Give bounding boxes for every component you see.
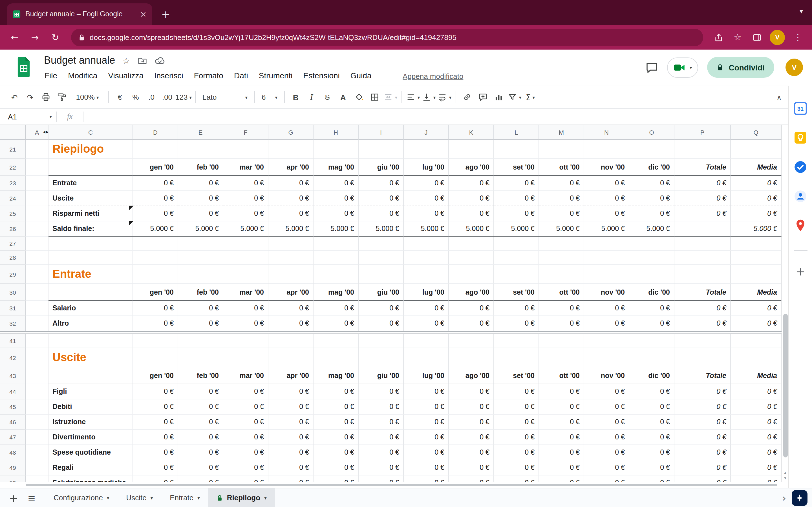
cell[interactable] <box>539 348 584 367</box>
insert-link-button[interactable] <box>460 89 475 105</box>
cell-value[interactable]: 0 € <box>268 176 313 191</box>
cell-value[interactable]: 0 € <box>539 475 584 482</box>
row-header-49[interactable]: 49 <box>0 460 26 475</box>
cell-value[interactable]: 0 € <box>404 301 449 316</box>
cell-value[interactable]: 5.000 € <box>404 221 449 237</box>
cell-value[interactable]: 0 € <box>178 316 223 331</box>
row-header-26[interactable]: 26 <box>0 221 26 237</box>
cell[interactable] <box>268 265 313 284</box>
cell[interactable] <box>674 348 731 367</box>
cell-value[interactable]: 0 € <box>629 414 674 430</box>
horizontal-align-button[interactable]: ▾ <box>405 89 421 105</box>
cell-value[interactable]: 5.000 € <box>629 221 674 237</box>
cell[interactable] <box>731 140 781 159</box>
cell-value[interactable]: 0 € <box>494 460 539 475</box>
section-title[interactable]: Entrate <box>49 265 133 284</box>
last-edit-link[interactable]: Appena modificato <box>403 72 463 80</box>
month-header[interactable]: mag '00 <box>313 367 359 384</box>
cell-value[interactable]: 0 € <box>359 384 404 399</box>
cell-A43[interactable] <box>26 367 49 384</box>
cell-value[interactable]: 0 € <box>359 191 404 206</box>
month-header[interactable]: dic '00 <box>629 284 674 301</box>
comment-history-icon[interactable] <box>646 62 658 73</box>
horizontal-scrollbar-thumb[interactable] <box>26 484 777 486</box>
cell-A46[interactable] <box>26 414 49 430</box>
cell[interactable] <box>178 251 223 265</box>
cell-value[interactable]: 0 € <box>359 445 404 460</box>
cell[interactable] <box>449 237 494 251</box>
cell-value[interactable]: 0 € <box>223 301 268 316</box>
cell-value[interactable]: 5.000 € <box>449 221 494 237</box>
media-value[interactable]: 5.000 € <box>731 221 781 237</box>
cell-value[interactable]: 0 € <box>178 430 223 445</box>
column-header-P[interactable]: P <box>674 125 731 140</box>
cell[interactable] <box>313 251 359 265</box>
star-document-icon[interactable]: ☆ <box>122 55 130 66</box>
row-header-50[interactable]: 50 <box>0 475 26 482</box>
cell[interactable] <box>133 237 178 251</box>
cell[interactable] <box>133 140 178 159</box>
cell[interactable] <box>584 140 629 159</box>
share-page-icon[interactable] <box>710 29 727 46</box>
cell-value[interactable]: 0 € <box>449 460 494 475</box>
column-header-G[interactable]: G <box>268 125 313 140</box>
cell-value[interactable]: 0 € <box>223 445 268 460</box>
cell-A24[interactable] <box>26 191 49 206</box>
cell-value[interactable]: 0 € <box>629 384 674 399</box>
cell-value[interactable]: 0 € <box>133 414 178 430</box>
cell-value[interactable]: 0 € <box>359 414 404 430</box>
cell-value[interactable]: 5.000 € <box>359 221 404 237</box>
cell[interactable] <box>674 251 731 265</box>
cell-value[interactable]: 0 € <box>629 301 674 316</box>
month-header[interactable]: nov '00 <box>584 367 629 384</box>
cell-A31[interactable] <box>26 301 49 316</box>
keep-icon[interactable] <box>794 131 808 145</box>
cell-A23[interactable] <box>26 176 49 191</box>
merge-cells-button[interactable]: ▾ <box>383 89 398 105</box>
cell-value[interactable]: 0 € <box>494 414 539 430</box>
meet-button[interactable]: ▾ <box>667 57 698 77</box>
cell[interactable] <box>49 251 133 265</box>
cell-value[interactable]: 5.000 € <box>584 221 629 237</box>
cell[interactable] <box>539 251 584 265</box>
cell-value[interactable]: 0 € <box>539 430 584 445</box>
cell-value[interactable]: 0 € <box>449 176 494 191</box>
cell-A26[interactable] <box>26 221 49 237</box>
cell-value[interactable]: 0 € <box>133 176 178 191</box>
cell-value[interactable]: 0 € <box>494 191 539 206</box>
cell-value[interactable]: 0 € <box>133 399 178 414</box>
menu-dati[interactable]: Dati <box>234 71 248 80</box>
cell-value[interactable]: 0 € <box>449 430 494 445</box>
cell[interactable] <box>268 251 313 265</box>
cell[interactable] <box>268 334 313 348</box>
bookmark-star-icon[interactable]: ☆ <box>729 29 746 46</box>
cell[interactable] <box>359 265 404 284</box>
cell-A44[interactable] <box>26 384 49 399</box>
cell-value[interactable]: 0 € <box>584 460 629 475</box>
row-label[interactable]: Uscite <box>49 191 133 206</box>
cell-value[interactable]: 0 € <box>313 475 359 482</box>
cell-value[interactable]: 0 € <box>449 316 494 331</box>
cell[interactable] <box>404 334 449 348</box>
cell-value[interactable]: 0 € <box>404 206 449 221</box>
menu-inserisci[interactable]: Inserisci <box>154 71 183 80</box>
column-header-E[interactable]: E <box>178 125 223 140</box>
row-header-31[interactable]: 31 <box>0 301 26 316</box>
totale-value[interactable]: 0 € <box>674 460 731 475</box>
row-label[interactable]: Altro <box>49 316 133 331</box>
menu-formato[interactable]: Formato <box>194 71 223 80</box>
cell[interactable] <box>359 348 404 367</box>
cell-value[interactable]: 0 € <box>268 206 313 221</box>
column-header-L[interactable]: L <box>494 125 539 140</box>
cell-A45[interactable] <box>26 399 49 414</box>
sheet-tab-menu-icon[interactable]: ▾ <box>264 495 267 501</box>
cell[interactable] <box>584 237 629 251</box>
cell-value[interactable]: 0 € <box>268 475 313 482</box>
cell-value[interactable]: 0 € <box>494 176 539 191</box>
cell-value[interactable]: 0 € <box>178 399 223 414</box>
column-header-K[interactable]: K <box>449 125 494 140</box>
cell[interactable] <box>359 334 404 348</box>
month-header[interactable]: mar '00 <box>223 367 268 384</box>
sheet-tab-menu-icon[interactable]: ▾ <box>197 495 200 501</box>
formula-input[interactable] <box>84 109 789 124</box>
